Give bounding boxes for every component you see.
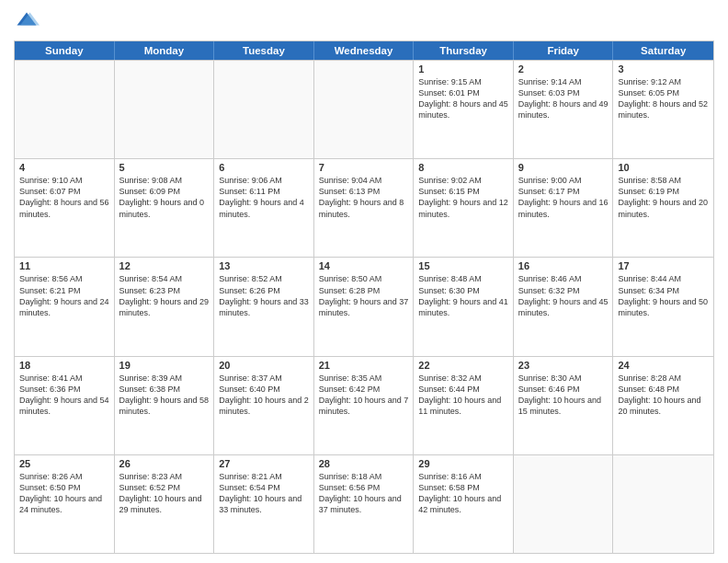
cal-day-19: 19Sunrise: 8:39 AM Sunset: 6:38 PM Dayli… bbox=[115, 357, 215, 454]
day-number: 26 bbox=[119, 458, 210, 469]
cal-day-17: 17Sunrise: 8:44 AM Sunset: 6:34 PM Dayli… bbox=[613, 258, 713, 355]
day-info: Sunrise: 8:16 AM Sunset: 6:58 PM Dayligh… bbox=[418, 471, 508, 516]
day-number: 11 bbox=[19, 260, 109, 271]
cal-week-0: 1Sunrise: 9:15 AM Sunset: 6:01 PM Daylig… bbox=[15, 60, 713, 158]
cal-day-21: 21Sunrise: 8:35 AM Sunset: 6:42 PM Dayli… bbox=[314, 357, 415, 454]
cal-day-26: 26Sunrise: 8:23 AM Sunset: 6:52 PM Dayli… bbox=[115, 455, 215, 553]
day-number: 15 bbox=[418, 260, 508, 271]
cal-day-29: 29Sunrise: 8:16 AM Sunset: 6:58 PM Dayli… bbox=[414, 455, 514, 553]
cal-week-2: 11Sunrise: 8:56 AM Sunset: 6:21 PM Dayli… bbox=[15, 257, 713, 355]
cal-day-23: 23Sunrise: 8:30 AM Sunset: 6:46 PM Dayli… bbox=[514, 357, 614, 454]
day-info: Sunrise: 8:58 AM Sunset: 6:19 PM Dayligh… bbox=[618, 175, 709, 220]
cal-day-18: 18Sunrise: 8:41 AM Sunset: 6:36 PM Dayli… bbox=[15, 357, 115, 454]
day-number: 21 bbox=[319, 360, 409, 371]
cal-day-5: 5Sunrise: 9:08 AM Sunset: 6:09 PM Daylig… bbox=[115, 159, 215, 257]
day-number: 19 bbox=[119, 360, 210, 371]
day-number: 12 bbox=[119, 260, 210, 271]
cal-day-24: 24Sunrise: 8:28 AM Sunset: 6:48 PM Dayli… bbox=[613, 357, 713, 454]
header bbox=[14, 9, 714, 35]
day-number: 7 bbox=[319, 162, 409, 173]
cal-day-20: 20Sunrise: 8:37 AM Sunset: 6:40 PM Dayli… bbox=[214, 357, 314, 454]
weekday-header-tuesday: Tuesday bbox=[214, 41, 314, 60]
day-info: Sunrise: 9:04 AM Sunset: 6:13 PM Dayligh… bbox=[319, 175, 409, 220]
calendar: SundayMondayTuesdayWednesdayThursdayFrid… bbox=[14, 40, 714, 554]
cal-day-12: 12Sunrise: 8:54 AM Sunset: 6:23 PM Dayli… bbox=[115, 258, 215, 355]
day-info: Sunrise: 8:30 AM Sunset: 6:46 PM Dayligh… bbox=[518, 373, 609, 418]
day-number: 5 bbox=[119, 162, 210, 173]
weekday-header-thursday: Thursday bbox=[414, 41, 514, 60]
day-number: 16 bbox=[518, 260, 609, 271]
cal-empty bbox=[15, 61, 115, 158]
day-info: Sunrise: 9:06 AM Sunset: 6:11 PM Dayligh… bbox=[219, 175, 309, 220]
page: SundayMondayTuesdayWednesdayThursdayFrid… bbox=[0, 0, 728, 563]
weekday-header-wednesday: Wednesday bbox=[314, 41, 415, 60]
cal-day-15: 15Sunrise: 8:48 AM Sunset: 6:30 PM Dayli… bbox=[414, 258, 514, 355]
cal-day-28: 28Sunrise: 8:18 AM Sunset: 6:56 PM Dayli… bbox=[314, 455, 415, 553]
cal-empty bbox=[613, 455, 713, 553]
day-info: Sunrise: 8:52 AM Sunset: 6:26 PM Dayligh… bbox=[219, 273, 309, 318]
day-info: Sunrise: 9:02 AM Sunset: 6:15 PM Dayligh… bbox=[418, 175, 508, 220]
day-info: Sunrise: 8:23 AM Sunset: 6:52 PM Dayligh… bbox=[119, 471, 210, 516]
day-number: 22 bbox=[418, 360, 508, 371]
cal-day-1: 1Sunrise: 9:15 AM Sunset: 6:01 PM Daylig… bbox=[414, 61, 514, 158]
day-info: Sunrise: 8:28 AM Sunset: 6:48 PM Dayligh… bbox=[618, 373, 709, 418]
cal-day-7: 7Sunrise: 9:04 AM Sunset: 6:13 PM Daylig… bbox=[314, 159, 415, 257]
day-info: Sunrise: 8:48 AM Sunset: 6:30 PM Dayligh… bbox=[418, 273, 508, 318]
cal-empty bbox=[214, 61, 314, 158]
cal-day-14: 14Sunrise: 8:50 AM Sunset: 6:28 PM Dayli… bbox=[314, 258, 415, 355]
cal-day-8: 8Sunrise: 9:02 AM Sunset: 6:15 PM Daylig… bbox=[414, 159, 514, 257]
cal-day-9: 9Sunrise: 9:00 AM Sunset: 6:17 PM Daylig… bbox=[514, 159, 614, 257]
cal-day-4: 4Sunrise: 9:10 AM Sunset: 6:07 PM Daylig… bbox=[15, 159, 115, 257]
day-number: 17 bbox=[618, 260, 709, 271]
calendar-body: 1Sunrise: 9:15 AM Sunset: 6:01 PM Daylig… bbox=[15, 60, 713, 553]
day-number: 23 bbox=[518, 360, 609, 371]
day-number: 13 bbox=[219, 260, 309, 271]
cal-day-11: 11Sunrise: 8:56 AM Sunset: 6:21 PM Dayli… bbox=[15, 258, 115, 355]
day-info: Sunrise: 8:37 AM Sunset: 6:40 PM Dayligh… bbox=[219, 373, 309, 418]
cal-day-25: 25Sunrise: 8:26 AM Sunset: 6:50 PM Dayli… bbox=[15, 455, 115, 553]
day-info: Sunrise: 8:44 AM Sunset: 6:34 PM Dayligh… bbox=[618, 273, 709, 318]
day-info: Sunrise: 8:39 AM Sunset: 6:38 PM Dayligh… bbox=[119, 373, 210, 418]
day-info: Sunrise: 8:41 AM Sunset: 6:36 PM Dayligh… bbox=[19, 373, 109, 418]
day-info: Sunrise: 9:15 AM Sunset: 6:01 PM Dayligh… bbox=[418, 76, 508, 121]
day-number: 29 bbox=[418, 458, 508, 469]
day-number: 9 bbox=[518, 162, 609, 173]
day-number: 18 bbox=[19, 360, 109, 371]
day-info: Sunrise: 9:10 AM Sunset: 6:07 PM Dayligh… bbox=[19, 175, 109, 220]
day-number: 24 bbox=[618, 360, 709, 371]
day-number: 27 bbox=[219, 458, 309, 469]
cal-day-13: 13Sunrise: 8:52 AM Sunset: 6:26 PM Dayli… bbox=[214, 258, 314, 355]
cal-empty bbox=[115, 61, 215, 158]
day-info: Sunrise: 9:08 AM Sunset: 6:09 PM Dayligh… bbox=[119, 175, 210, 220]
day-info: Sunrise: 8:35 AM Sunset: 6:42 PM Dayligh… bbox=[319, 373, 409, 418]
cal-day-3: 3Sunrise: 9:12 AM Sunset: 6:05 PM Daylig… bbox=[613, 61, 713, 158]
logo bbox=[14, 9, 43, 35]
day-number: 3 bbox=[618, 63, 709, 75]
day-number: 8 bbox=[418, 162, 508, 173]
day-info: Sunrise: 9:14 AM Sunset: 6:03 PM Dayligh… bbox=[518, 76, 609, 121]
cal-day-27: 27Sunrise: 8:21 AM Sunset: 6:54 PM Dayli… bbox=[214, 455, 314, 553]
day-number: 2 bbox=[518, 63, 609, 75]
day-info: Sunrise: 8:56 AM Sunset: 6:21 PM Dayligh… bbox=[19, 273, 109, 318]
day-number: 14 bbox=[319, 260, 409, 271]
day-info: Sunrise: 8:46 AM Sunset: 6:32 PM Dayligh… bbox=[518, 273, 609, 318]
cal-week-3: 18Sunrise: 8:41 AM Sunset: 6:36 PM Dayli… bbox=[15, 356, 713, 454]
day-number: 10 bbox=[618, 162, 709, 173]
weekday-header-monday: Monday bbox=[115, 41, 215, 60]
day-number: 20 bbox=[219, 360, 309, 371]
day-info: Sunrise: 8:21 AM Sunset: 6:54 PM Dayligh… bbox=[219, 471, 309, 516]
day-info: Sunrise: 8:50 AM Sunset: 6:28 PM Dayligh… bbox=[319, 273, 409, 318]
day-info: Sunrise: 9:12 AM Sunset: 6:05 PM Dayligh… bbox=[618, 76, 709, 121]
cal-empty bbox=[314, 61, 415, 158]
day-info: Sunrise: 8:26 AM Sunset: 6:50 PM Dayligh… bbox=[19, 471, 109, 516]
day-number: 1 bbox=[418, 63, 508, 75]
day-number: 28 bbox=[319, 458, 409, 469]
day-number: 25 bbox=[19, 458, 109, 469]
day-info: Sunrise: 8:18 AM Sunset: 6:56 PM Dayligh… bbox=[319, 471, 409, 516]
day-number: 4 bbox=[19, 162, 109, 173]
cal-day-16: 16Sunrise: 8:46 AM Sunset: 6:32 PM Dayli… bbox=[514, 258, 614, 355]
weekday-header-saturday: Saturday bbox=[613, 41, 713, 60]
day-info: Sunrise: 9:00 AM Sunset: 6:17 PM Dayligh… bbox=[518, 175, 609, 220]
cal-week-1: 4Sunrise: 9:10 AM Sunset: 6:07 PM Daylig… bbox=[15, 158, 713, 257]
cal-empty bbox=[514, 455, 614, 553]
